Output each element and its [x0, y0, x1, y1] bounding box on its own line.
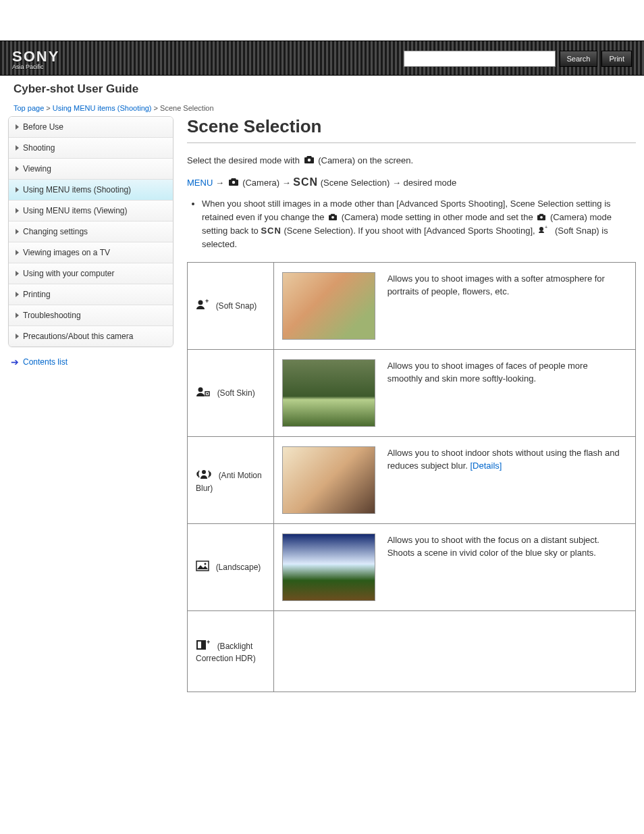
svg-point-0: [307, 159, 310, 161]
search-input[interactable]: [404, 51, 556, 67]
soft-snap-icon: +: [537, 225, 548, 238]
sidebar-item-before-use[interactable]: Before Use: [9, 117, 173, 138]
sidebar-panel: Before Use Shooting Viewing Using MENU i…: [8, 116, 173, 347]
soft-snap-icon: +: [196, 298, 209, 313]
chevron-right-icon: [16, 187, 19, 192]
search-area: Search Print: [404, 51, 632, 67]
sidebar-item-menu-viewing[interactable]: Using MENU items (Viewing): [9, 201, 173, 221]
main-content: Scene Selection Select the desired mode …: [187, 116, 636, 692]
page-title: Scene Selection: [187, 116, 636, 143]
sidebar-item-menu-shooting[interactable]: Using MENU items (Shooting): [9, 180, 173, 201]
sidebar-item-shooting[interactable]: Shooting: [9, 138, 173, 159]
product-line: Cyber-shot User Guide: [0, 76, 644, 96]
table-row: (Anti Motion Blur) Allows you to shoot i…: [188, 436, 636, 523]
chevron-right-icon: [16, 145, 19, 151]
chevron-right-icon: [16, 313, 19, 318]
chevron-right-icon: [16, 292, 19, 297]
contents-list-label[interactable]: Contents list: [23, 357, 68, 367]
sidebar-item-troubleshooting[interactable]: Troubleshooting: [9, 305, 173, 326]
mode-cell: + (Backlight Correction HDR): [188, 610, 274, 692]
note-text-2: (Camera) mode setting in other mode and …: [342, 212, 536, 222]
arrow: →: [390, 178, 403, 188]
menu-link[interactable]: MENU: [187, 178, 213, 188]
brand-logo: SONY Asia Pacific: [12, 48, 59, 70]
sidebar-item-printing[interactable]: Printing: [9, 284, 173, 305]
mode-cell: (Soft Skin): [188, 349, 274, 436]
mode-label: (Soft Skin): [217, 388, 255, 398]
contents-list-link[interactable]: ➔ Contents list: [8, 357, 173, 367]
sidebar-item-label: Viewing: [23, 164, 51, 174]
sidebar-item-label: Viewing images on a TV: [23, 248, 110, 257]
desc-cell: Allows you to shoot images with a softer…: [274, 262, 636, 349]
camera-icon: [328, 211, 338, 225]
note-item: When you shoot still images in a mode ot…: [202, 197, 636, 251]
sidebar-item-label: Before Use: [23, 122, 63, 132]
svg-text:+: +: [205, 298, 209, 305]
sidebar-item-computer[interactable]: Using with your computer: [9, 263, 173, 284]
soft-skin-icon: [196, 386, 211, 400]
chevron-right-icon: [16, 271, 19, 276]
svg-point-10: [207, 393, 208, 394]
sidebar-item-precautions[interactable]: Precautions/About this camera: [9, 326, 173, 346]
menu-path: MENU → (Camera) → SCN (Scene Selection) …: [187, 174, 636, 190]
desc-cell: [274, 610, 636, 692]
anti-motion-blur-icon: [196, 468, 212, 482]
menu-path-suffix: desired mode: [404, 178, 457, 188]
mode-label: (Soft Snap): [216, 301, 257, 311]
header-bar: SONY Asia Pacific Search Print: [0, 41, 644, 76]
mode-cell: + (Soft Snap): [188, 262, 274, 349]
note-list: When you shoot still images in a mode ot…: [202, 197, 636, 251]
table-row: (Landscape) Allows you to shoot with the…: [188, 523, 636, 610]
mode-description-text: Allows you to shoot indoor shots without…: [387, 448, 620, 471]
sidebar-item-label: Printing: [23, 290, 51, 299]
breadcrumb-current: Scene Selection: [160, 104, 214, 112]
svg-point-8: [198, 388, 203, 392]
sidebar-item-label: Using with your computer: [23, 269, 114, 278]
mode-cell: (Landscape): [188, 523, 274, 610]
arrow: →: [213, 178, 226, 188]
camera-icon: [304, 155, 315, 168]
sidebar-item-label: Troubleshooting: [23, 311, 81, 320]
intro-line-1: Select the desired mode with (Camera) on…: [187, 154, 636, 167]
sidebar-item-label: Using MENU items (Shooting): [23, 185, 131, 194]
details-link[interactable]: [Details]: [470, 461, 502, 471]
scn-icon: SCN: [261, 226, 281, 236]
chevron-right-icon: [16, 208, 19, 213]
mode-description: Allows you to shoot with the focus on a …: [387, 533, 624, 560]
note-text-4: (Scene Selection). If you shoot with [Ad…: [284, 226, 538, 236]
svg-text:+: +: [207, 640, 210, 646]
breadcrumb: Top page > Using MENU items (Shooting) >…: [0, 96, 644, 116]
desc-cell: Allows you to shoot indoor shots without…: [274, 436, 636, 523]
search-button[interactable]: Search: [560, 51, 598, 67]
print-button[interactable]: Print: [601, 51, 632, 67]
svg-point-13: [205, 563, 207, 565]
svg-point-11: [202, 470, 206, 474]
sidebar-item-viewing[interactable]: Viewing: [9, 159, 173, 180]
mode-description: Allows you to shoot images of faces of p…: [387, 359, 624, 386]
sample-image: [282, 359, 375, 427]
sidebar: Before Use Shooting Viewing Using MENU i…: [8, 116, 173, 692]
chevron-right-icon: [16, 124, 19, 130]
camera-icon: [537, 211, 546, 225]
breadcrumb-top[interactable]: Top page: [14, 104, 44, 112]
mode-label: (Landscape): [216, 563, 261, 572]
backlight-hdr-icon: +: [196, 640, 211, 652]
sidebar-item-label: Using MENU items (Viewing): [23, 206, 127, 215]
camera-icon: [228, 177, 239, 190]
svg-point-6: [198, 301, 203, 305]
sidebar-item-tv[interactable]: Viewing images on a TV: [9, 242, 173, 263]
breadcrumb-category[interactable]: Using MENU items (Shooting): [53, 104, 152, 112]
sample-image: [282, 533, 375, 601]
menu-path-camera: (Camera): [240, 178, 280, 188]
sidebar-item-label: Precautions/About this camera: [23, 332, 133, 341]
mode-description: Allows you to shoot indoor shots without…: [387, 446, 624, 473]
brand-name: SONY: [12, 48, 59, 65]
svg-point-3: [540, 216, 543, 219]
svg-point-2: [331, 216, 334, 219]
brand-region: Asia Pacific: [12, 64, 59, 70]
sidebar-item-changing-settings[interactable]: Changing settings: [9, 221, 173, 242]
desc-cell: Allows you to shoot with the focus on a …: [274, 523, 636, 610]
landscape-icon: [196, 561, 209, 573]
table-row: + (Backlight Correction HDR): [188, 610, 636, 692]
intro-text-after: (Camera) on the screen.: [318, 155, 413, 165]
